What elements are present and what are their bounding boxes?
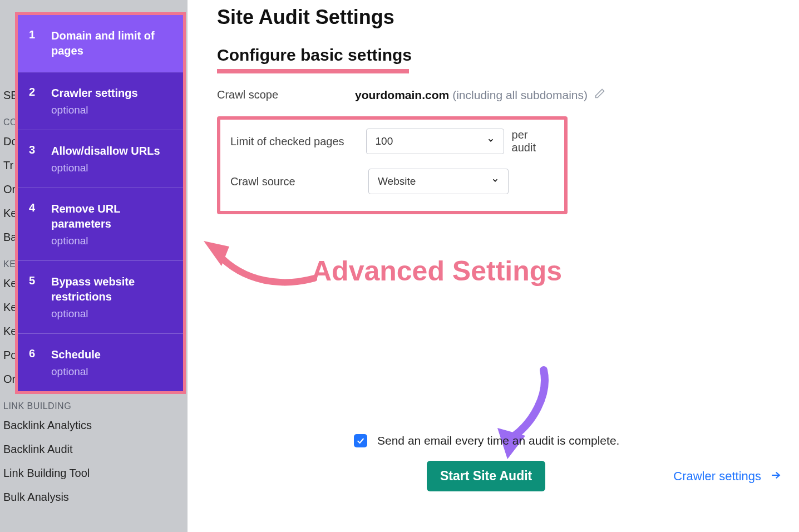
wizard-step-title: Domain and limit of pages <box>51 28 171 58</box>
wizard-step-number: 4 <box>29 201 51 214</box>
limit-pages-label: Limit of checked pages <box>230 135 366 148</box>
wizard-step-number: 6 <box>29 347 51 360</box>
page-title: Site Audit Settings <box>217 6 788 29</box>
bg-nav-link-building-tool[interactable]: Link Building Tool <box>0 461 188 485</box>
crawl-source-value: Website <box>378 175 416 188</box>
bg-nav-bulk-analysis[interactable]: Bulk Analysis <box>0 485 188 509</box>
pencil-icon[interactable] <box>594 88 605 102</box>
section-title: Configure basic settings <box>217 46 412 65</box>
crawl-source-row: Crawl source Website <box>230 169 554 194</box>
limit-pages-value: 100 <box>376 135 393 147</box>
start-site-audit-button[interactable]: Start Site Audit <box>427 461 545 491</box>
next-link-label: Crawler settings <box>673 469 761 484</box>
wizard-step-number: 2 <box>29 86 51 98</box>
email-notify-row: Send an email every time an audit is com… <box>217 434 782 447</box>
limit-pages-suffix: per audit <box>512 129 554 154</box>
bg-nav-backlink-audit[interactable]: Backlink Audit <box>0 437 188 461</box>
arrow-right-icon <box>769 469 782 484</box>
wizard-step-number: 3 <box>29 144 51 156</box>
limit-pages-row: Limit of checked pages 100 per audit <box>230 129 554 154</box>
chevron-down-icon <box>487 136 495 146</box>
wizard-step-title: Schedule <box>51 347 171 362</box>
crawl-scope-row: Crawl scope yourdomain.com (including al… <box>217 88 788 102</box>
wizard-step-bypass-restrictions[interactable]: 5 Bypass website restrictions optional <box>18 261 183 334</box>
email-checkbox[interactable] <box>354 434 367 447</box>
settings-highlight-box: Limit of checked pages 100 per audit Cra… <box>217 116 568 214</box>
wizard-step-subtitle: optional <box>51 304 171 320</box>
wizard-step-title: Remove URL parameters <box>51 201 171 231</box>
limit-pages-select[interactable]: 100 <box>366 129 504 154</box>
crawl-scope-hint: (including all subdomains) <box>452 88 588 102</box>
wizard-step-title: Bypass website restrictions <box>51 274 171 304</box>
wizard-step-subtitle: optional <box>51 101 171 116</box>
wizard-step-schedule[interactable]: 6 Schedule optional <box>18 334 183 391</box>
crawl-source-select[interactable]: Website <box>368 169 509 194</box>
section-underline <box>217 69 409 73</box>
wizard-step-title: Allow/disallow URLs <box>51 144 171 159</box>
chevron-down-icon <box>491 176 499 186</box>
crawl-scope-domain: yourdomain.com <box>355 88 449 102</box>
wizard-step-remove-params[interactable]: 4 Remove URL parameters optional <box>18 188 183 261</box>
bg-section-link-building: LINK BUILDING <box>0 391 188 413</box>
wizard-step-number: 5 <box>29 274 51 287</box>
wizard-step-crawler-settings[interactable]: 2 Crawler settings optional <box>18 72 183 130</box>
crawl-source-label: Crawl source <box>230 175 368 188</box>
wizard-step-subtitle: optional <box>51 362 171 378</box>
email-notify-label: Send an email every time an audit is com… <box>377 434 619 447</box>
wizard-step-subtitle: optional <box>51 159 171 174</box>
crawler-settings-link[interactable]: Crawler settings <box>673 469 782 484</box>
callout-label: Advanced Settings <box>312 255 562 287</box>
callout-arrow-icon <box>200 220 317 295</box>
wizard-steps-panel: 1 Domain and limit of pages 2 Crawler se… <box>15 12 186 394</box>
wizard-step-title: Crawler settings <box>51 86 171 101</box>
bg-nav-backlink-analytics[interactable]: Backlink Analytics <box>0 413 188 437</box>
wizard-step-allow-disallow[interactable]: 3 Allow/disallow URLs optional <box>18 130 183 188</box>
wizard-step-subtitle: optional <box>51 231 171 247</box>
wizard-step-number: 1 <box>29 28 51 41</box>
bottom-actions: Send an email every time an audit is com… <box>217 434 782 491</box>
wizard-step-domain-limit[interactable]: 1 Domain and limit of pages <box>18 15 183 72</box>
crawl-scope-label: Crawl scope <box>217 88 355 101</box>
main-content: Site Audit Settings Configure basic sett… <box>217 6 788 214</box>
